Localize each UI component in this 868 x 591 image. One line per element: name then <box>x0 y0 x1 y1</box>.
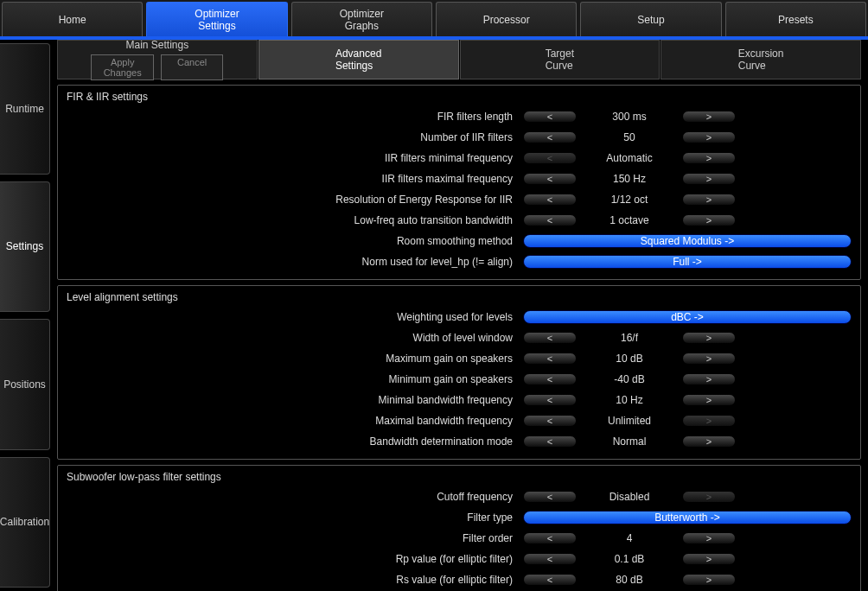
label-max-gain: Maximum gain on speakers <box>67 353 523 365</box>
increment-button[interactable]: > <box>682 353 736 365</box>
decrement-button[interactable]: < <box>523 194 577 206</box>
tab-presets[interactable]: Presets <box>725 2 866 36</box>
label-cutoff-freq: Cutoff frequency <box>67 491 523 503</box>
tab-setup[interactable]: Setup <box>580 2 721 36</box>
value-num-iir: 50 <box>582 131 677 143</box>
group-subwoofer-lpf: Subwoofer low-pass filter settings Cutof… <box>57 465 861 591</box>
label-fir-length: FIR filters length <box>67 111 523 123</box>
label-iir-max-freq: IIR filters maximal frequency <box>67 173 523 185</box>
top-tab-bar: Home OptimizerSettings OptimizerGraphs P… <box>0 0 868 36</box>
increment-button[interactable]: > <box>682 332 736 344</box>
side-tab-positions[interactable]: Positions <box>0 319 50 450</box>
value-width-window: 16/f <box>582 332 677 344</box>
label-width-window: Width of level window <box>67 332 523 344</box>
side-tab-bar: Runtime Settings Positions Calibration <box>0 40 50 591</box>
label-rs-value: Rs value (for elliptic filter) <box>67 574 523 586</box>
increment-button[interactable]: > <box>682 394 736 406</box>
decrement-button[interactable]: < <box>523 173 577 185</box>
increment-button[interactable]: > <box>682 574 736 586</box>
decrement-button[interactable]: < <box>523 394 577 406</box>
tab-home[interactable]: Home <box>2 2 143 36</box>
select-weighting[interactable]: dBC -> <box>523 310 852 324</box>
group-title: Level alignment settings <box>67 291 852 303</box>
value-min-bw-freq: 10 Hz <box>582 394 677 406</box>
sub-tab-advanced-settings[interactable]: AdvancedSettings <box>258 40 459 79</box>
decrement-button: < <box>523 152 577 164</box>
side-tab-calibration[interactable]: Calibration <box>0 457 50 588</box>
decrement-button[interactable]: < <box>523 353 577 365</box>
value-iir-max-freq: 150 Hz <box>582 173 677 185</box>
value-res-er: 1/12 oct <box>582 194 677 206</box>
value-min-gain: -40 dB <box>582 373 677 385</box>
tab-optimizer-graphs[interactable]: OptimizerGraphs <box>291 2 432 36</box>
decrement-button[interactable]: < <box>523 491 577 503</box>
increment-button[interactable]: > <box>682 214 736 226</box>
increment-button[interactable]: > <box>682 194 736 206</box>
label-iir-min-freq: IIR filters minimal frequency <box>67 152 523 164</box>
apply-changes-button[interactable]: Apply Changes <box>91 54 153 80</box>
value-lowfreq-bw: 1 octave <box>582 214 677 226</box>
decrement-button[interactable]: < <box>523 373 577 385</box>
increment-button[interactable]: > <box>682 111 736 123</box>
decrement-button[interactable]: < <box>523 111 577 123</box>
value-bw-mode: Normal <box>582 435 677 448</box>
group-level-alignment: Level alignment settings Weighting used … <box>57 285 861 460</box>
label-lowfreq-bw: Low-freq auto transition bandwidth <box>67 214 523 226</box>
cancel-button[interactable]: Cancel <box>161 54 223 80</box>
decrement-button[interactable]: < <box>523 574 577 586</box>
label-weighting: Weighting used for levels <box>67 311 523 323</box>
increment-button[interactable]: > <box>682 173 736 185</box>
label-filter-order: Filter order <box>67 532 523 544</box>
label-max-bw-freq: Maximal bandwidth frequency <box>67 415 523 427</box>
sub-tab-label: Main Settings <box>126 40 189 51</box>
side-tab-runtime[interactable]: Runtime <box>0 43 50 175</box>
group-title: FIR & IIR settings <box>67 91 852 103</box>
increment-button[interactable]: > <box>682 553 736 565</box>
group-title: Subwoofer low-pass filter settings <box>67 471 852 483</box>
label-filter-type: Filter type <box>67 512 523 524</box>
increment-button: > <box>682 491 736 503</box>
value-iir-min-freq: Automatic <box>582 152 677 164</box>
value-max-gain: 10 dB <box>582 353 677 365</box>
select-norm-levelhp[interactable]: Full -> <box>523 255 852 269</box>
label-room-smoothing: Room smoothing method <box>67 235 523 247</box>
tab-optimizer-settings[interactable]: OptimizerSettings <box>146 2 287 36</box>
increment-button[interactable]: > <box>682 435 736 448</box>
decrement-button[interactable]: < <box>523 553 577 565</box>
label-num-iir: Number of IIR filters <box>67 131 523 143</box>
group-fir-iir: FIR & IIR settings FIR filters length<30… <box>57 85 861 280</box>
label-min-gain: Minimum gain on speakers <box>67 373 523 385</box>
value-cutoff-freq: Disabled <box>582 491 677 503</box>
decrement-button[interactable]: < <box>523 214 577 226</box>
increment-button[interactable]: > <box>682 131 736 143</box>
value-fir-length: 300 ms <box>582 111 677 123</box>
sub-tab-target-curve[interactable]: TargetCurve <box>460 40 661 79</box>
label-rp-value: Rp value (for elliptic filter) <box>67 553 523 565</box>
increment-button[interactable]: > <box>682 532 736 544</box>
decrement-button[interactable]: < <box>523 532 577 544</box>
decrement-button[interactable]: < <box>523 332 577 344</box>
side-tab-settings[interactable]: Settings <box>0 181 50 313</box>
select-filter-type[interactable]: Butterworth -> <box>523 511 852 524</box>
increment-button[interactable]: > <box>682 373 736 385</box>
select-room-smoothing[interactable]: Squared Modulus -> <box>523 234 852 248</box>
sub-tab-bar: Main Settings Apply Changes Cancel Advan… <box>57 40 861 79</box>
value-filter-order: 4 <box>582 532 677 544</box>
value-rp: 0.1 dB <box>582 553 677 565</box>
label-min-bw-freq: Minimal bandwidth frequency <box>67 394 523 406</box>
increment-button: > <box>682 415 736 427</box>
value-max-bw-freq: Unlimited <box>582 415 677 427</box>
decrement-button[interactable]: < <box>523 435 577 448</box>
decrement-button[interactable]: < <box>523 415 577 427</box>
value-rs: 80 dB <box>582 574 677 586</box>
sub-tab-excursion-curve[interactable]: ExcursionCurve <box>661 40 861 79</box>
label-bw-mode: Bandwidth determination mode <box>67 435 523 448</box>
label-norm-levelhp: Norm used for level_hp (!= align) <box>67 256 523 268</box>
tab-processor[interactable]: Processor <box>436 2 577 36</box>
decrement-button[interactable]: < <box>523 131 577 143</box>
label-res-er: Resolution of Energy Response for IIR <box>67 194 523 206</box>
increment-button[interactable]: > <box>682 152 736 164</box>
sub-tab-main-settings[interactable]: Main Settings Apply Changes Cancel <box>57 40 258 79</box>
